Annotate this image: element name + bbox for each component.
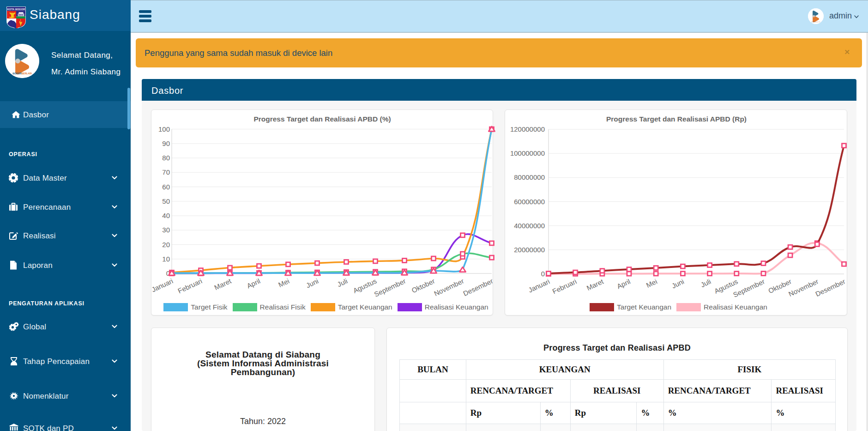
svg-text:Maret: Maret: [585, 277, 605, 292]
svg-text:80: 80: [162, 154, 170, 162]
svg-text:60: 60: [162, 183, 170, 191]
svg-text:September: September: [373, 277, 407, 298]
svg-text:30: 30: [162, 226, 170, 234]
svg-text:20000000: 20000000: [514, 246, 545, 254]
svg-text:Februari: Februari: [551, 277, 578, 295]
svg-text:April: April: [615, 277, 631, 290]
svg-text:November: November: [787, 277, 820, 298]
svg-text:20: 20: [162, 241, 170, 249]
svg-text:Progress Target dan Realisasi: Progress Target dan Realisasi APBD (%): [253, 115, 391, 123]
svg-text:0: 0: [541, 270, 545, 278]
svg-text:Juni: Juni: [670, 277, 685, 290]
svg-text:November: November: [433, 277, 465, 297]
svg-text:100: 100: [158, 125, 170, 133]
svg-text:Mei: Mei: [277, 277, 290, 289]
svg-text:Januari: Januari: [527, 277, 551, 294]
svg-text:Juli: Juli: [699, 277, 712, 289]
svg-text:Juni: Juni: [305, 277, 319, 289]
svg-text:April: April: [246, 277, 261, 290]
svg-text:70: 70: [162, 168, 170, 176]
svg-text:Oktober: Oktober: [410, 277, 436, 294]
svg-text:10: 10: [162, 255, 170, 263]
svg-text:Desember: Desember: [814, 277, 846, 298]
svg-text:80000000: 80000000: [514, 173, 545, 181]
svg-text:BOGORBERLARI: BOGORBERLARI: [12, 72, 32, 75]
svg-text:Juli: Juli: [336, 277, 349, 288]
svg-text:Mei: Mei: [645, 277, 658, 289]
svg-text:Februari: Februari: [176, 277, 203, 295]
svg-text:50: 50: [162, 197, 170, 205]
svg-text:Maret: Maret: [213, 277, 233, 291]
svg-text:Desember: Desember: [462, 277, 494, 297]
svg-text:100000000: 100000000: [510, 149, 545, 157]
svg-text:120000000: 120000000: [510, 125, 545, 133]
svg-text:KOTA BOGOR: KOTA BOGOR: [7, 8, 25, 11]
svg-text:Progress Target dan Realisasi: Progress Target dan Realisasi APBD (Rp): [606, 115, 747, 123]
svg-text:90: 90: [162, 140, 170, 147]
svg-text:40000000: 40000000: [514, 222, 545, 230]
svg-text:40: 40: [162, 212, 170, 219]
svg-text:Januari: Januari: [150, 277, 174, 293]
svg-text:BOGORBERLARI: BOGORBERLARI: [812, 21, 820, 23]
svg-text:60000000: 60000000: [514, 198, 545, 206]
